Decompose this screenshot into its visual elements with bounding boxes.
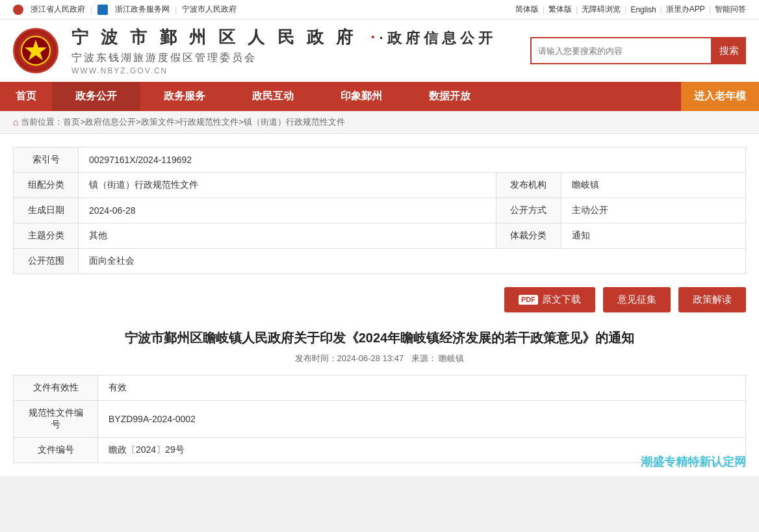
label-date: 生成日期: [14, 198, 79, 223]
table-row: 索引号 00297161X/2024-119692: [14, 147, 746, 173]
sep-4: |: [660, 5, 662, 14]
gov-zhejiang[interactable]: 浙江省人民政府: [31, 4, 85, 15]
nav-item-senior[interactable]: 进入老年模: [681, 82, 759, 111]
action-buttons: PDF 原文下载 意见征集 政策解读: [13, 287, 746, 312]
label-genre: 体裁分类: [496, 223, 561, 249]
pdf-icon: PDF: [519, 295, 538, 305]
nav-item-service[interactable]: 政务服务: [140, 82, 229, 111]
nav-item-impression[interactable]: 印象鄞州: [317, 82, 405, 111]
header-search-area: 搜索: [530, 37, 746, 64]
table-row: 生成日期 2024-06-28 公开方式 主动公开: [14, 198, 746, 223]
table-row: 文件有效性 有效: [14, 375, 746, 401]
value-date: 2024-06-28: [79, 198, 496, 223]
sep-3: |: [624, 5, 626, 14]
policy-button[interactable]: 政策解读: [678, 287, 746, 312]
info-table: 索引号 00297161X/2024-119692 组配分类 镇（街道）行政规范…: [13, 147, 746, 274]
gov-info-dot: ·: [370, 27, 379, 47]
source-label: 来源：: [411, 353, 437, 363]
source-value: 瞻岐镇: [439, 353, 464, 363]
sep-5: |: [709, 5, 711, 14]
label-validity: 文件有效性: [14, 375, 98, 401]
publish-time: 发布时间：2024-06-28 13:47: [295, 353, 404, 363]
value-genre: 通知: [561, 223, 746, 249]
main-content: 索引号 00297161X/2024-119692 组配分类 镇（街道）行政规范…: [0, 134, 759, 476]
table-row: 规范性文件编号 BYZD99A-2024-0002: [14, 401, 746, 438]
nav-item-zhengwu[interactable]: 政务公开: [52, 82, 140, 111]
zheliapp-link[interactable]: 浙里办APP: [666, 4, 705, 15]
label-index: 索引号: [14, 147, 79, 173]
traditional-chinese[interactable]: 繁体版: [548, 4, 572, 15]
sep-1: |: [543, 5, 545, 14]
table-row: 组配分类 镇（街道）行政规范性文件 发布机构 瞻岐镇: [14, 173, 746, 198]
breadcrumb: ⌂ 当前位置：首页>政府信息公开>政策文件>行政规范性文件>镇（街道）行政规范性…: [0, 111, 759, 134]
header: 宁 波 市 鄞 州 区 人 民 政 府 ··政府信息公开 宁波东钱湖旅游度假区管…: [0, 19, 759, 82]
main-title: 宁 波 市 鄞 州 区 人 民 政 府 ··政府信息公开: [71, 26, 517, 49]
header-title-area: 宁 波 市 鄞 州 区 人 民 政 府 ··政府信息公开 宁波东钱湖旅游度假区管…: [71, 26, 517, 75]
simple-chinese[interactable]: 简体版: [515, 4, 539, 15]
table-row: 主题分类 其他 体裁分类 通知: [14, 223, 746, 249]
nav-item-interaction[interactable]: 政民互动: [229, 82, 317, 111]
value-norm-num: BYZD99A-2024-0002: [98, 401, 746, 438]
accessible-browse[interactable]: 无障碍浏览: [582, 4, 621, 15]
smart-qa-link[interactable]: 智能问答: [715, 4, 746, 15]
article-title: 宁波市鄞州区瞻岐镇人民政府关于印发《2024年瞻岐镇经济发展的若干政策意见》的通…: [13, 328, 746, 348]
value-theme: 其他: [79, 223, 496, 249]
gov-zhejiang-icon: [13, 5, 25, 15]
sep2: |: [175, 5, 177, 14]
top-bar-right: 简体版 | 繁体版 | 无障碍浏览 | English | 浙里办APP | 智…: [515, 4, 746, 15]
value-validity: 有效: [98, 375, 746, 401]
website-url: WWW.NBYZ.GOV.CN: [71, 66, 517, 75]
nav-item-data[interactable]: 数据开放: [405, 82, 494, 111]
label-theme: 主题分类: [14, 223, 79, 249]
top-bar: 浙江省人民政府 | 浙江政务服务网 | 宁波市人民政府 简体版 | 繁体版 | …: [0, 0, 759, 19]
value-publisher: 瞻岐镇: [561, 173, 746, 198]
label-publisher: 发布机构: [496, 173, 561, 198]
english-link[interactable]: English: [630, 5, 656, 14]
opinion-button[interactable]: 意见征集: [603, 287, 671, 312]
value-scope: 面向全社会: [79, 249, 746, 274]
table-row: 公开范围 面向全社会: [14, 249, 746, 274]
label-norm-num: 规范性文件编号: [14, 401, 98, 438]
search-button[interactable]: 搜索: [712, 37, 746, 64]
sub-title: 宁波东钱湖旅游度假区管理委员会: [71, 51, 517, 65]
article-meta: 发布时间：2024-06-28 13:47 来源： 瞻岐镇: [13, 353, 746, 364]
search-input[interactable]: [530, 37, 712, 64]
value-category: 镇（街道）行政规范性文件: [79, 173, 496, 198]
label-category: 组配分类: [14, 173, 79, 198]
government-emblem: [13, 28, 58, 73]
gov-ningbo[interactable]: 宁波市人民政府: [182, 4, 237, 15]
label-doc-num: 文件编号: [14, 438, 98, 463]
label-openmode: 公开方式: [496, 198, 561, 223]
watermark: 潮盛专精特新认定网: [641, 454, 746, 470]
label-scope: 公开范围: [14, 249, 79, 274]
zj-logo-icon: [97, 5, 110, 15]
gov-zj-service[interactable]: 浙江政务服务网: [115, 4, 170, 15]
doc-table: 文件有效性 有效 规范性文件编号 BYZD99A-2024-0002 文件编号 …: [13, 375, 746, 463]
breadcrumb-text: 当前位置：首页>政府信息公开>政策文件>行政规范性文件>镇（街道）行政规范性文件: [21, 116, 344, 128]
nav-item-home[interactable]: 首页: [0, 82, 52, 111]
value-openmode: 主动公开: [561, 198, 746, 223]
value-index: 00297161X/2024-119692: [79, 147, 746, 173]
gov-info-text: ·政府信息公开: [379, 30, 496, 46]
download-button[interactable]: PDF 原文下载: [504, 287, 595, 312]
main-nav: 首页 政务公开 政务服务 政民互动 印象鄞州 数据开放 进入老年模: [0, 82, 759, 111]
sep1: |: [90, 5, 92, 14]
sep-2: |: [576, 5, 578, 14]
top-bar-left: 浙江省人民政府 | 浙江政务服务网 | 宁波市人民政府: [13, 4, 237, 15]
home-icon: ⌂: [13, 117, 18, 127]
table-row: 文件编号 瞻政〔2024〕29号: [14, 438, 746, 463]
header-logo-area: [13, 28, 58, 73]
